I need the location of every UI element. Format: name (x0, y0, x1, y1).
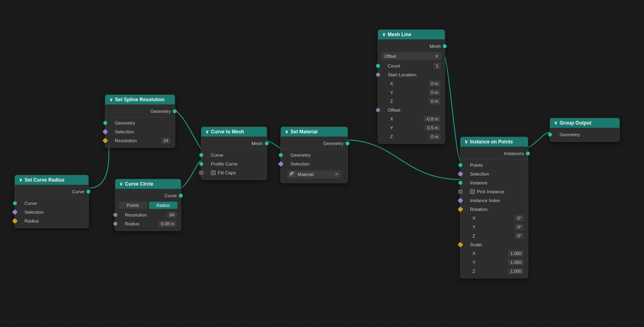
input-selection: Selection (15, 208, 88, 217)
node-instance-on-points[interactable]: ∨ Instance on Points Instances Points Se… (460, 137, 528, 278)
socket-out-curve[interactable] (86, 190, 90, 194)
node-title-ml: Mesh Line (388, 32, 411, 37)
input-curve: Curve (15, 199, 88, 208)
input-scale-x-iop: X 1.000 (460, 249, 528, 258)
collapse-arrow[interactable]: ∨ (19, 177, 22, 183)
socket-in-resolution-cc[interactable] (113, 213, 117, 217)
socket-out-mesh-ctm[interactable] (265, 141, 269, 145)
node-header-ctm: ∨ Curve to Mesh (201, 127, 267, 137)
socket-in-curve-ctm[interactable] (199, 153, 203, 157)
socket-out-instances-iop[interactable] (526, 151, 530, 155)
input-sl-y-ml: Y 0 m (378, 88, 445, 97)
input-off-y-ml: Y 0.5 m (378, 123, 445, 132)
node-title-ctm: Curve to Mesh (211, 129, 244, 135)
input-rotation-iop: Rotation: (460, 205, 528, 214)
material-field-row: Material ✕ (281, 168, 348, 180)
input-resolution-ssr: Resolution 24 (105, 136, 175, 145)
node-header-iop: ∨ Instance on Points (460, 137, 528, 147)
node-title-go: Group Output (560, 120, 591, 126)
collapse-arrow-sm[interactable]: ∨ (285, 129, 288, 135)
node-group-output[interactable]: ∨ Group Output Geometry (550, 118, 620, 142)
input-count-ml: Count 1 (378, 61, 445, 70)
input-off-z-ml: Z 0 m (378, 132, 445, 141)
input-pick-instance-iop: Pick Instance (460, 187, 528, 196)
socket-in-curve[interactable] (13, 201, 17, 205)
socket-in-fill-caps-ctm[interactable] (199, 171, 203, 175)
input-instance-index-iop: Instance Index (460, 196, 528, 205)
socket-in-radius[interactable] (12, 218, 18, 224)
input-rot-y-iop: Y 0° (460, 223, 528, 231)
input-selection-sm: Selection (281, 159, 348, 168)
material-icon (290, 172, 295, 177)
socket-in-points-iop[interactable] (458, 163, 462, 167)
socket-in-selection-sm[interactable] (278, 161, 284, 167)
material-name: Material (298, 172, 332, 177)
node-header-sm: ∨ Set Material (281, 127, 348, 137)
input-profile-curve-ctm: Profile Curve (201, 159, 267, 168)
socket-in-start-loc-ml[interactable] (376, 73, 380, 77)
node-header-set-spline-resolution: ∨ Set Spline Resolution (105, 95, 175, 104)
collapse-arrow-iop[interactable]: ∨ (464, 139, 468, 145)
material-clear[interactable]: ✕ (335, 172, 339, 177)
socket-in-geometry-ssr[interactable] (103, 121, 107, 125)
collapse-arrow-go[interactable]: ∨ (554, 120, 558, 126)
socket-in-radius-cc[interactable] (113, 222, 117, 226)
input-start-location-ml: Start Location: (378, 70, 445, 79)
socket-out-geometry-sm[interactable] (346, 141, 350, 145)
socket-out-mesh-ml[interactable] (443, 44, 447, 48)
checkbox-pick-instance[interactable] (470, 189, 475, 194)
output-mesh-ml: Mesh (378, 42, 445, 51)
collapse-arrow-cc[interactable]: ∨ (119, 181, 123, 187)
socket-in-geometry-go[interactable] (548, 133, 552, 137)
output-curve-cc: Curve (115, 191, 181, 200)
input-off-x-ml: X -0.8 m (378, 114, 445, 123)
output-mesh-ctm: Mesh (201, 139, 267, 148)
socket-in-scale-iop[interactable] (458, 242, 463, 247)
socket-in-profile-curve-ctm[interactable] (199, 162, 203, 166)
node-curve-to-mesh[interactable]: ∨ Curve to Mesh Mesh Curve Profile Curve… (201, 127, 267, 180)
socket-in-geometry-sm[interactable] (279, 153, 283, 157)
dropdown-mode-ml[interactable]: Offset ∨ (381, 52, 442, 60)
node-mesh-line[interactable]: ∨ Mesh Line Mesh Offset ∨ Count 1 Start … (378, 29, 445, 144)
node-title-ssr: Set Spline Resolution (115, 97, 164, 102)
node-set-spline-resolution[interactable]: ∨ Set Spline Resolution Geometry Geometr… (105, 94, 175, 148)
collapse-arrow-ml[interactable]: ∨ (382, 32, 386, 37)
input-curve-ctm: Curve (201, 151, 267, 159)
input-selection-iop: Selection (460, 170, 528, 178)
input-points-iop: Points (460, 161, 528, 170)
collapse-arrow-ctm[interactable]: ∨ (205, 129, 209, 135)
input-fill-caps-ctm: Fill Caps (201, 168, 267, 177)
checkbox-fill-caps[interactable] (211, 170, 216, 175)
socket-out-geometry-ssr[interactable] (173, 109, 177, 113)
socket-out-curve-cc[interactable] (179, 194, 183, 198)
node-curve-circle[interactable]: ∨ Curve Circle Curve Points Radius Resol… (115, 179, 181, 231)
socket-in-offset-ml[interactable] (376, 108, 380, 112)
input-rot-z-iop: Z 0° (460, 231, 528, 240)
output-curve: Curve (15, 187, 88, 196)
socket-in-selection-iop[interactable] (458, 171, 463, 177)
input-offset-ml: Offset: (378, 106, 445, 114)
socket-in-selection[interactable] (12, 209, 18, 215)
input-selection-ssr: Selection (105, 127, 175, 136)
input-radius: Radius (15, 217, 88, 225)
node-set-curve-radius[interactable]: ∨ Set Curve Radius Curve Curve Selection… (14, 175, 89, 228)
socket-in-rotation-iop[interactable] (458, 206, 463, 212)
input-scale-iop: Scale: (460, 240, 528, 249)
input-geometry-ssr: Geometry (105, 119, 175, 127)
socket-in-instance-iop[interactable] (458, 181, 462, 185)
node-title-iop: Instance on Points (470, 139, 513, 145)
toggle-points[interactable]: Points (119, 202, 147, 209)
socket-in-pick-instance-iop[interactable] (458, 190, 462, 194)
output-geometry-sm: Geometry (281, 139, 348, 148)
socket-in-count-ml[interactable] (376, 64, 380, 68)
input-geometry-sm: Geometry (281, 151, 348, 159)
socket-in-instance-index-iop[interactable] (458, 198, 463, 203)
toggle-radius[interactable]: Radius (149, 202, 178, 209)
toggle-group-cc: Points Radius (119, 202, 178, 209)
material-row[interactable]: Material ✕ (287, 170, 341, 178)
collapse-arrow-ssr[interactable]: ∨ (109, 97, 113, 102)
input-instance-iop: Instance (460, 178, 528, 187)
socket-in-resolution-ssr[interactable] (102, 138, 108, 143)
node-set-material[interactable]: ∨ Set Material Geometry Geometry Selecti… (280, 127, 348, 183)
socket-in-selection-ssr[interactable] (102, 129, 108, 135)
